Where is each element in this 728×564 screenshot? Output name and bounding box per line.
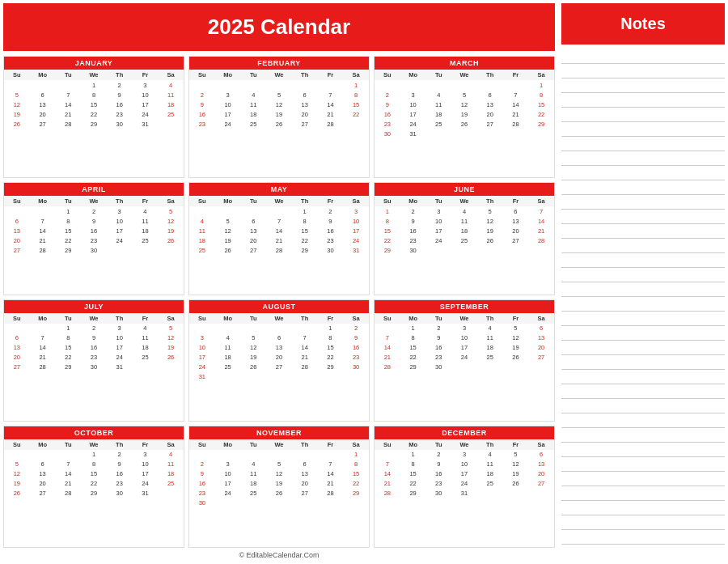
day-cell: 9 <box>343 333 369 343</box>
day-cell: 9 <box>81 333 107 343</box>
day-cell: 6 <box>4 216 30 226</box>
month-header-february: FEBRUARY <box>189 57 369 70</box>
day-cell: 6 <box>292 90 318 100</box>
note-line[interactable] <box>561 108 725 122</box>
day-of-week-label: Tu <box>240 70 266 80</box>
day-cell: 4 <box>158 450 184 460</box>
note-line[interactable] <box>561 268 725 282</box>
note-line[interactable] <box>561 312 725 326</box>
day-cell <box>158 119 184 129</box>
note-line[interactable] <box>561 486 725 501</box>
note-line[interactable] <box>561 399 725 413</box>
days-of-week-row: SuMoTuWeThFrSa <box>375 313 554 324</box>
note-line[interactable] <box>561 472 725 486</box>
day-cell: 21 <box>30 353 56 363</box>
day-cell: 27 <box>292 489 318 498</box>
day-cell: 26 <box>4 119 30 129</box>
note-line[interactable] <box>561 326 725 341</box>
day-cell: 13 <box>292 469 318 479</box>
note-line[interactable] <box>561 297 725 312</box>
note-line[interactable] <box>561 501 725 515</box>
day-cell: 1 <box>55 206 81 216</box>
day-cell: 17 <box>400 109 426 119</box>
day-cell: 25 <box>240 489 266 498</box>
note-line[interactable] <box>561 137 725 151</box>
day-of-week-label: Th <box>477 70 503 80</box>
note-line[interactable] <box>561 122 725 137</box>
day-cell: 8 <box>55 333 81 343</box>
day-cell: 24 <box>189 363 215 372</box>
day-cell: 25 <box>158 479 184 489</box>
note-line[interactable] <box>561 195 725 210</box>
day-of-week-label: Mo <box>215 439 241 450</box>
day-cell <box>266 80 292 90</box>
day-cell: 27 <box>477 119 503 129</box>
day-of-week-label: Su <box>4 70 30 80</box>
day-cell: 31 <box>107 363 133 372</box>
day-cell: 15 <box>318 343 344 353</box>
note-line[interactable] <box>561 180 725 195</box>
day-cell: 3 <box>107 324 133 333</box>
day-cell: 29 <box>55 363 81 372</box>
day-cell: 17 <box>215 109 241 119</box>
note-line[interactable] <box>561 413 725 428</box>
note-line[interactable] <box>561 224 725 239</box>
month-header-january: JANUARY <box>4 57 184 70</box>
day-of-week-label: Sa <box>343 439 369 450</box>
note-line[interactable] <box>561 443 725 457</box>
day-cell: 19 <box>215 235 241 245</box>
note-line[interactable] <box>561 530 725 545</box>
month-header-september: SEPTEMBER <box>375 300 554 313</box>
note-line[interactable] <box>561 457 725 472</box>
days-of-week-row: SuMoTuWeThFrSa <box>189 196 369 206</box>
day-cell: 20 <box>528 469 554 479</box>
note-line[interactable] <box>561 384 725 399</box>
day-of-week-label: We <box>451 313 477 324</box>
note-line[interactable] <box>561 151 725 166</box>
note-line[interactable] <box>561 239 725 253</box>
month-block-november: NOVEMBERSuMoTuWeThFrSa123456789101112131… <box>188 426 370 548</box>
note-line[interactable] <box>561 515 725 530</box>
day-of-week-label: Tu <box>240 313 266 324</box>
note-line[interactable] <box>561 93 725 108</box>
day-cell: 15 <box>55 226 81 235</box>
day-cell: 8 <box>55 216 81 226</box>
day-cell <box>451 129 477 138</box>
note-line[interactable] <box>561 282 725 297</box>
day-cell: 5 <box>4 90 30 100</box>
day-cell: 24 <box>107 235 133 245</box>
day-cell: 25 <box>477 353 503 363</box>
note-line[interactable] <box>561 355 725 370</box>
note-line[interactable] <box>561 341 725 355</box>
note-line[interactable] <box>561 253 725 268</box>
day-cell: 1 <box>400 324 426 333</box>
note-line[interactable] <box>561 166 725 180</box>
note-line[interactable] <box>561 428 725 443</box>
day-of-week-label: Sa <box>343 196 369 206</box>
note-line[interactable] <box>561 78 725 93</box>
day-cell <box>503 363 529 372</box>
day-cell <box>375 324 400 333</box>
day-cell: 15 <box>81 469 107 479</box>
day-cell: 25 <box>451 235 477 245</box>
day-cell: 24 <box>215 489 241 498</box>
day-cell: 10 <box>451 460 477 469</box>
day-cell: 6 <box>528 324 554 333</box>
note-line[interactable] <box>561 64 725 78</box>
day-cell: 30 <box>375 129 400 138</box>
day-cell: 15 <box>400 469 426 479</box>
day-of-week-label: We <box>81 439 107 450</box>
day-cell: 7 <box>266 216 292 226</box>
day-cell: 20 <box>266 353 292 363</box>
day-cell <box>477 245 503 255</box>
note-line[interactable] <box>561 49 725 64</box>
note-line[interactable] <box>561 210 725 224</box>
day-cell: 2 <box>189 90 215 100</box>
day-cell: 3 <box>451 324 477 333</box>
day-cell: 19 <box>158 226 184 235</box>
day-cell: 29 <box>400 363 426 372</box>
note-line[interactable] <box>561 370 725 384</box>
day-cell: 10 <box>133 460 159 469</box>
day-cell: 5 <box>266 460 292 469</box>
day-cell: 29 <box>318 363 344 372</box>
